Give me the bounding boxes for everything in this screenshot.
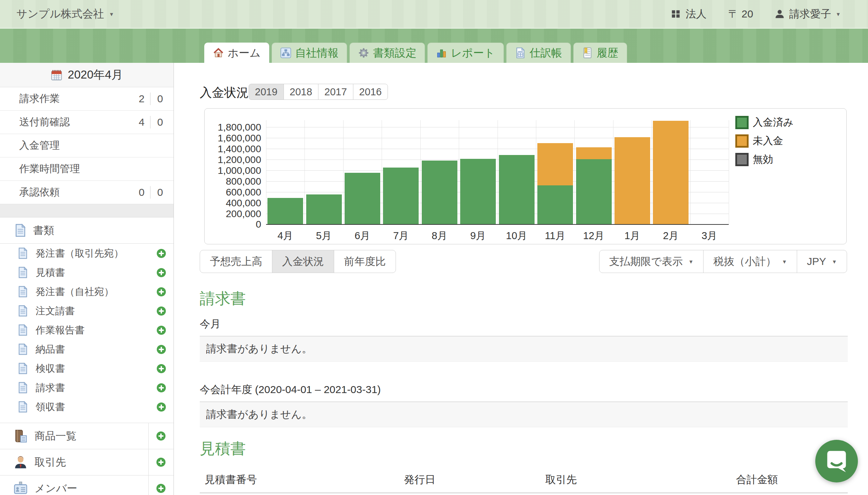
vertical-gridline xyxy=(729,120,729,225)
quote-table-header: 見積書番号 発行日 取引先 合計金額 xyxy=(200,466,848,493)
postal-points[interactable]: 〒 20 xyxy=(728,7,753,21)
add-document-button[interactable] xyxy=(157,364,166,373)
sidebar-item-time-management[interactable]: 作業時間管理 xyxy=(0,157,174,181)
chat-widget-button[interactable] xyxy=(815,440,858,482)
doc-label: 注文請書 xyxy=(36,304,75,318)
filter-label: JPY xyxy=(807,256,826,267)
add-document-button[interactable] xyxy=(157,402,166,412)
sidebar-item-approval-requests[interactable]: 承認依頼 0 0 xyxy=(0,181,174,204)
sidebar-month-label: 2020年4月 xyxy=(68,67,123,83)
user-name: 請求愛子 xyxy=(789,7,831,21)
bar-入金済み-12月[interactable] xyxy=(576,159,612,225)
tab-history[interactable]: 履歴 xyxy=(573,43,627,63)
column-total-amount: 合計金額 xyxy=(736,473,778,487)
legend-swatch-void xyxy=(735,153,749,166)
sidebar-month-header[interactable]: 2020年4月 xyxy=(0,63,174,87)
section-label: 取引先 xyxy=(35,455,66,470)
bar-未入金-1月[interactable] xyxy=(615,137,650,225)
sidebar-item-purchase-order-client[interactable]: 発注書（取引先宛） xyxy=(0,244,174,263)
y-axis-tick-label: 0 xyxy=(256,219,261,230)
sidebar-item-clients[interactable]: 取引先 xyxy=(0,449,174,475)
vertical-gridline xyxy=(536,120,536,225)
sidebar-item-quote[interactable]: 見積書 xyxy=(0,263,174,282)
sidebar-item-product-list[interactable]: 商品一覧 xyxy=(0,423,174,449)
tab-home[interactable]: ホーム xyxy=(204,43,269,63)
sidebar-item-work-report[interactable]: 作業報告書 xyxy=(0,320,174,340)
tab-document-settings[interactable]: 書類設定 xyxy=(350,43,425,63)
add-document-button[interactable] xyxy=(157,306,166,316)
add-document-button[interactable] xyxy=(157,326,166,335)
bar-入金済み-7月[interactable] xyxy=(383,168,419,225)
add-document-button[interactable] xyxy=(157,383,166,392)
year-button-2017[interactable]: 2017 xyxy=(318,84,353,100)
org-type-menu[interactable]: 法人 xyxy=(671,7,706,21)
sidebar-item-receipt[interactable]: 領収書 xyxy=(0,397,174,416)
legend-label: 未入金 xyxy=(753,134,783,148)
view-button-forecast-sales[interactable]: 予想売上高 xyxy=(200,250,272,273)
chat-bubble-icon xyxy=(815,440,858,482)
year-button-2016[interactable]: 2016 xyxy=(353,84,388,100)
sidebar-item-delivery-slip[interactable]: 納品書 xyxy=(0,340,174,359)
bar-入金済み-5月[interactable] xyxy=(306,194,342,225)
vertical-gridline xyxy=(652,120,652,225)
year-button-2018[interactable]: 2018 xyxy=(284,84,319,100)
tab-label: レポート xyxy=(451,46,495,60)
add-document-button[interactable] xyxy=(157,268,166,277)
sidebar-item-purchase-order-own[interactable]: 発注書（自社宛） xyxy=(0,282,174,301)
bar-入金済み-9月[interactable] xyxy=(460,159,496,225)
currency-dropdown[interactable]: JPY ▼ xyxy=(797,250,847,273)
vertical-gridline xyxy=(613,120,613,225)
caret-down-icon: ▼ xyxy=(832,259,837,264)
bar-入金済み-6月[interactable] xyxy=(345,173,380,225)
view-button-yoy[interactable]: 前年度比 xyxy=(334,250,396,273)
tab-report[interactable]: レポート xyxy=(427,43,503,63)
invoice-empty-row-fiscal: 請求書がありません。 xyxy=(200,401,848,427)
x-axis-tick-label: 1月 xyxy=(624,229,640,243)
user-menu[interactable]: 請求愛子 ▼ xyxy=(775,7,841,21)
sidebar-item-members[interactable]: メンバー xyxy=(0,475,174,495)
bar-未入金-2月[interactable] xyxy=(653,121,689,225)
sidebar-item-invoice[interactable]: 請求書 xyxy=(0,378,174,397)
tab-journal[interactable]: 仕訳帳 xyxy=(506,43,571,63)
tab-company-info[interactable]: 自社情報 xyxy=(272,43,347,63)
x-axis-tick-label: 2月 xyxy=(663,229,679,243)
company-menu[interactable]: サンプル株式会社 ▼ xyxy=(16,7,114,21)
grid-icon xyxy=(671,9,681,19)
bar-入金済み-4月[interactable] xyxy=(267,198,303,225)
legend-swatch-paid xyxy=(735,116,749,129)
sidebar-item-payment-management[interactable]: 入金管理 xyxy=(0,134,174,157)
view-button-payment-status[interactable]: 入金状況 xyxy=(272,250,334,273)
bar-未入金-12月[interactable] xyxy=(576,147,612,159)
document-icon xyxy=(15,224,26,237)
due-date-filter-dropdown[interactable]: 支払期限で表示 ▼ xyxy=(599,250,704,273)
chart-plot-area: 0200,000400,000600,000800,0001,000,0001,… xyxy=(266,120,729,225)
documents-header-label: 書類 xyxy=(33,223,54,238)
bar-入金済み-11月[interactable] xyxy=(537,185,573,225)
add-client-button[interactable] xyxy=(156,458,165,467)
postal-points-label: 〒 20 xyxy=(728,7,753,21)
member-card-icon xyxy=(13,481,28,495)
doc-label: 請求書 xyxy=(36,381,65,394)
add-document-button[interactable] xyxy=(157,287,166,296)
task-count: 2 xyxy=(128,93,145,105)
invoice-period-label: 今月 xyxy=(200,317,221,331)
tab-label: 書類設定 xyxy=(373,46,416,60)
year-button-2019[interactable]: 2019 xyxy=(249,84,284,100)
add-member-button[interactable] xyxy=(156,484,165,493)
tab-label: ホーム xyxy=(228,46,260,60)
sidebar-item-presend-check[interactable]: 送付前確認 4 0 xyxy=(0,111,174,134)
bar-未入金-11月[interactable] xyxy=(537,143,573,185)
bar-入金済み-10月[interactable] xyxy=(499,155,535,225)
sidebar-item-billing-tasks[interactable]: 請求作業 2 0 xyxy=(0,87,174,111)
sidebar-item-order-confirmation[interactable]: 注文請書 xyxy=(0,301,174,320)
tax-mode-dropdown[interactable]: 税抜（小計） ▼ xyxy=(703,250,797,273)
add-document-button[interactable] xyxy=(157,345,166,354)
sidebar-item-inspection-certificate[interactable]: 検収書 xyxy=(0,359,174,378)
bar-入金済み-8月[interactable] xyxy=(422,161,457,225)
add-document-button[interactable] xyxy=(157,249,166,258)
x-axis-tick-label: 7月 xyxy=(393,229,409,243)
add-product-button[interactable] xyxy=(156,431,165,441)
filter-label: 支払期限で表示 xyxy=(609,254,683,269)
y-axis-tick-label: 1,200,000 xyxy=(218,154,261,165)
vertical-gridline xyxy=(266,120,266,225)
